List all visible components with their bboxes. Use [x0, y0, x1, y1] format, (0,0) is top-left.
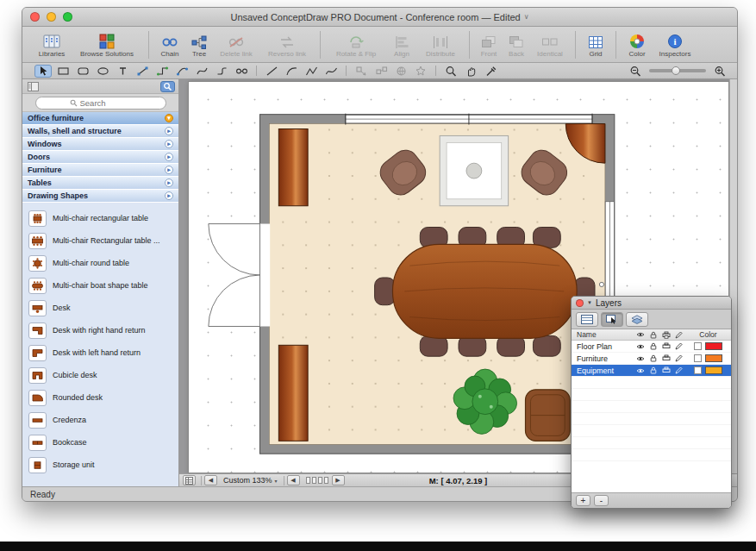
page-options-button[interactable]: [183, 475, 196, 485]
list-item[interactable]: Multi-chair Rectangular table ...: [22, 229, 178, 252]
arc-tool[interactable]: [283, 65, 300, 78]
list-item[interactable]: Multi-chair rectangular table: [22, 207, 178, 229]
tab-layer-objects[interactable]: [626, 312, 648, 327]
cabinet-bottom-left[interactable]: [278, 345, 308, 441]
page-thumbnails[interactable]: [306, 477, 328, 484]
text-tool[interactable]: [114, 65, 131, 78]
library-panel-icon[interactable]: [26, 81, 41, 92]
sidebar-category-drawing-shapes[interactable]: Drawing Shapes▸: [22, 190, 178, 203]
sofa[interactable]: [526, 390, 571, 441]
chain-button[interactable]: Chain: [154, 28, 185, 62]
list-item[interactable]: Desk with left hand return: [22, 341, 178, 364]
select-tool[interactable]: [34, 65, 52, 78]
list-item[interactable]: Desk: [22, 297, 178, 319]
next-page-button[interactable]: ▶: [332, 475, 345, 485]
direct-connector-tool[interactable]: [134, 65, 151, 78]
inspectors-button[interactable]: i Inspectors: [653, 28, 697, 62]
name-column-header[interactable]: Name: [572, 330, 634, 339]
double-door[interactable]: [209, 224, 270, 327]
libraries-button[interactable]: Libraries: [33, 28, 71, 62]
lock-icon[interactable]: [647, 366, 659, 374]
zoom-level-control[interactable]: Custom 133% ▾: [223, 476, 278, 485]
remove-layer-button[interactable]: -: [594, 495, 609, 506]
lock-icon[interactable]: [647, 342, 659, 350]
rounded-rectangle-tool[interactable]: [74, 65, 91, 78]
chevron-right-icon[interactable]: ▸: [165, 140, 173, 148]
close-button[interactable]: [30, 12, 40, 22]
layer-checkbox[interactable]: [694, 366, 702, 374]
layer-checkbox[interactable]: [694, 354, 702, 362]
edit-icon[interactable]: [672, 366, 685, 374]
chevron-right-icon[interactable]: ▸: [165, 166, 173, 174]
eye-icon[interactable]: [634, 355, 647, 362]
chevron-right-icon[interactable]: ▸: [165, 191, 173, 200]
sidebar-category-furniture[interactable]: Furniture▸: [22, 164, 178, 177]
arc-connector-tool[interactable]: [173, 65, 191, 78]
lock-icon[interactable]: [647, 354, 659, 362]
print-icon[interactable]: [659, 354, 672, 362]
search-toggle-button[interactable]: [160, 81, 175, 92]
title-chevron-icon[interactable]: ∨: [524, 13, 529, 21]
disclosure-triangle-icon[interactable]: ▼: [587, 300, 592, 305]
list-item[interactable]: Credenza: [22, 409, 178, 431]
zoom-button[interactable]: [63, 12, 72, 22]
glue-link-tool[interactable]: [372, 65, 390, 78]
edit-icon[interactable]: [672, 342, 685, 350]
spline-tool[interactable]: [322, 65, 340, 78]
back-button[interactable]: Back: [503, 28, 530, 62]
rotate-flip-button[interactable]: Rotate & Flip: [326, 28, 386, 62]
eyedropper-tool[interactable]: [482, 65, 499, 78]
reverso-link-button[interactable]: Reverso link: [259, 28, 315, 62]
ellipse-tool[interactable]: [94, 65, 111, 78]
eye-icon[interactable]: [634, 367, 647, 374]
line-tool[interactable]: [263, 65, 280, 78]
close-icon[interactable]: [576, 299, 584, 307]
zoom-out-button[interactable]: [627, 65, 644, 78]
search-field[interactable]: [35, 97, 166, 110]
tree-button[interactable]: Tree: [185, 28, 213, 62]
hyperlink-tool[interactable]: [392, 65, 409, 78]
print-icon[interactable]: [659, 342, 672, 350]
delete-link-button[interactable]: Delete link: [213, 28, 259, 62]
print-icon[interactable]: [659, 366, 672, 374]
bezier-connector-tool[interactable]: [193, 65, 210, 78]
list-item[interactable]: Cubicle desk: [22, 364, 178, 386]
previous-view-button[interactable]: ◀: [204, 475, 217, 485]
zoom-area-tool[interactable]: [442, 65, 459, 78]
layer-row-floor-plan[interactable]: Floor Plan: [572, 341, 731, 353]
list-item[interactable]: Rounded desk: [22, 386, 178, 409]
tab-layer-select[interactable]: [601, 312, 623, 327]
layer-checkbox[interactable]: [694, 342, 702, 350]
align-button[interactable]: Align: [386, 28, 417, 62]
zoom-in-button[interactable]: [711, 65, 728, 78]
smart-connector-tool[interactable]: [153, 65, 171, 78]
tab-layer-list[interactable]: [576, 312, 598, 327]
layer-color-swatch[interactable]: [705, 354, 722, 362]
list-item[interactable]: Desk with right hand return: [22, 319, 178, 341]
edit-icon[interactable]: [672, 354, 685, 362]
sidebar-category-windows[interactable]: Windows▸: [22, 138, 178, 151]
sidebar-category-walls[interactable]: Walls, shell and structure▸: [22, 125, 178, 138]
list-item[interactable]: Storage unit: [22, 454, 178, 476]
layer-color-swatch[interactable]: [705, 342, 722, 350]
layer-row-equipment[interactable]: Equipment: [572, 365, 731, 377]
rectangle-tool[interactable]: [54, 65, 72, 78]
list-item[interactable]: Multi-chair round table: [22, 252, 178, 274]
chevron-right-icon[interactable]: ▸: [165, 178, 173, 187]
chevron-down-icon[interactable]: ▾: [165, 114, 173, 122]
browse-solutions-button[interactable]: Browse Solutions: [71, 28, 143, 62]
window-top[interactable]: [346, 114, 592, 125]
sidebar-category-office-furniture[interactable]: Office furniture▾: [22, 112, 178, 125]
zoom-slider-knob[interactable]: [672, 66, 680, 75]
color-button[interactable]: Color: [622, 28, 653, 62]
front-button[interactable]: Front: [475, 28, 503, 62]
chain-connector-tool[interactable]: [233, 65, 250, 78]
zoom-slider[interactable]: [649, 69, 706, 72]
conference-table[interactable]: [392, 244, 577, 338]
list-item[interactable]: Multi-chair boat shape table: [22, 274, 178, 297]
cabinet-top-left[interactable]: [278, 129, 308, 206]
list-item[interactable]: Bookcase: [22, 431, 178, 454]
pan-tool[interactable]: [462, 65, 479, 78]
round-connector-tool[interactable]: [213, 65, 230, 78]
color-column-header[interactable]: Color: [685, 330, 731, 339]
